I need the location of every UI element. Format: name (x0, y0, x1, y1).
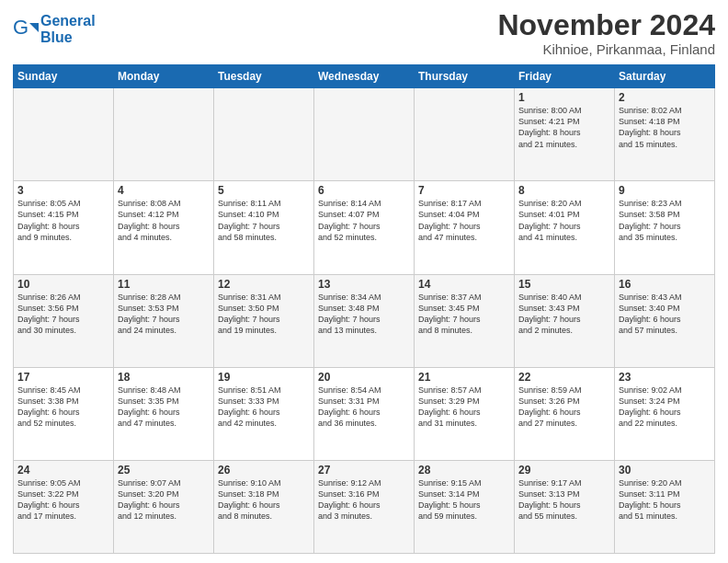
day-cell: 5Sunrise: 8:11 AM Sunset: 4:10 PM Daylig… (214, 181, 314, 274)
day-number: 17 (17, 371, 109, 384)
day-number: 6 (318, 184, 410, 197)
day-cell (314, 88, 415, 181)
day-info: Sunrise: 8:37 AM Sunset: 3:45 PM Dayligh… (418, 292, 510, 337)
day-number: 29 (518, 464, 610, 477)
day-cell: 21Sunrise: 8:57 AM Sunset: 3:29 PM Dayli… (415, 367, 515, 460)
day-info: Sunrise: 8:34 AM Sunset: 3:48 PM Dayligh… (318, 292, 410, 337)
day-cell: 8Sunrise: 8:20 AM Sunset: 4:01 PM Daylig… (515, 181, 615, 274)
day-info: Sunrise: 8:17 AM Sunset: 4:04 PM Dayligh… (418, 198, 510, 243)
day-number: 15 (518, 278, 610, 291)
day-cell: 11Sunrise: 8:28 AM Sunset: 3:53 PM Dayli… (114, 274, 214, 367)
day-number: 4 (118, 184, 210, 197)
day-info: Sunrise: 8:08 AM Sunset: 4:12 PM Dayligh… (118, 198, 210, 243)
week-row-2: 3Sunrise: 8:05 AM Sunset: 4:15 PM Daylig… (14, 181, 715, 274)
day-cell: 17Sunrise: 8:45 AM Sunset: 3:38 PM Dayli… (14, 367, 114, 460)
day-cell: 20Sunrise: 8:54 AM Sunset: 3:31 PM Dayli… (314, 367, 415, 460)
day-cell: 10Sunrise: 8:26 AM Sunset: 3:56 PM Dayli… (14, 274, 114, 367)
week-row-5: 24Sunrise: 9:05 AM Sunset: 3:22 PM Dayli… (14, 460, 715, 553)
day-cell: 24Sunrise: 9:05 AM Sunset: 3:22 PM Dayli… (14, 460, 114, 553)
day-cell: 3Sunrise: 8:05 AM Sunset: 4:15 PM Daylig… (14, 181, 114, 274)
day-info: Sunrise: 8:20 AM Sunset: 4:01 PM Dayligh… (518, 198, 610, 243)
week-row-1: 1Sunrise: 8:00 AM Sunset: 4:21 PM Daylig… (14, 88, 715, 181)
weekday-header-tuesday: Tuesday (214, 65, 314, 88)
day-info: Sunrise: 8:28 AM Sunset: 3:53 PM Dayligh… (118, 292, 210, 337)
calendar-title: November 2024 (497, 9, 715, 41)
day-number: 28 (418, 464, 510, 477)
day-cell (114, 88, 214, 181)
header: G General Blue November 2024 Kihnioe, Pi… (13, 9, 715, 57)
day-number: 22 (518, 371, 610, 384)
calendar-table: SundayMondayTuesdayWednesdayThursdayFrid… (13, 64, 715, 554)
day-cell: 18Sunrise: 8:48 AM Sunset: 3:35 PM Dayli… (114, 367, 214, 460)
week-row-3: 10Sunrise: 8:26 AM Sunset: 3:56 PM Dayli… (14, 274, 715, 367)
day-cell: 23Sunrise: 9:02 AM Sunset: 3:24 PM Dayli… (615, 367, 715, 460)
day-info: Sunrise: 8:11 AM Sunset: 4:10 PM Dayligh… (218, 198, 310, 243)
day-number: 2 (619, 91, 711, 104)
day-number: 11 (118, 278, 210, 291)
day-number: 3 (17, 184, 109, 197)
week-row-4: 17Sunrise: 8:45 AM Sunset: 3:38 PM Dayli… (14, 367, 715, 460)
day-cell: 9Sunrise: 8:23 AM Sunset: 3:58 PM Daylig… (615, 181, 715, 274)
day-cell (415, 88, 515, 181)
day-cell (14, 88, 114, 181)
day-cell: 7Sunrise: 8:17 AM Sunset: 4:04 PM Daylig… (415, 181, 515, 274)
day-info: Sunrise: 9:10 AM Sunset: 3:18 PM Dayligh… (218, 477, 310, 523)
day-info: Sunrise: 8:02 AM Sunset: 4:18 PM Dayligh… (619, 105, 711, 150)
page: G General Blue November 2024 Kihnioe, Pi… (0, 0, 728, 563)
day-number: 20 (318, 371, 410, 384)
day-info: Sunrise: 8:05 AM Sunset: 4:15 PM Dayligh… (17, 198, 109, 243)
day-info: Sunrise: 8:48 AM Sunset: 3:35 PM Dayligh… (118, 385, 210, 430)
day-info: Sunrise: 9:07 AM Sunset: 3:20 PM Dayligh… (118, 477, 210, 523)
weekday-header-wednesday: Wednesday (314, 65, 415, 88)
title-block: November 2024 Kihnioe, Pirkanmaa, Finlan… (497, 9, 715, 57)
logo-icon: G (13, 16, 39, 41)
weekday-header-sunday: Sunday (14, 65, 114, 88)
weekday-header-saturday: Saturday (615, 65, 715, 88)
day-cell: 26Sunrise: 9:10 AM Sunset: 3:18 PM Dayli… (214, 460, 314, 553)
day-cell: 12Sunrise: 8:31 AM Sunset: 3:50 PM Dayli… (214, 274, 314, 367)
logo: G General Blue (13, 13, 96, 45)
day-number: 1 (518, 91, 610, 104)
day-info: Sunrise: 8:51 AM Sunset: 3:33 PM Dayligh… (218, 385, 310, 430)
svg-marker-1 (29, 23, 39, 32)
day-info: Sunrise: 9:12 AM Sunset: 3:16 PM Dayligh… (318, 477, 410, 523)
day-number: 24 (17, 464, 109, 477)
day-info: Sunrise: 9:15 AM Sunset: 3:14 PM Dayligh… (418, 477, 510, 523)
calendar-subtitle: Kihnioe, Pirkanmaa, Finland (497, 41, 715, 57)
day-cell: 4Sunrise: 8:08 AM Sunset: 4:12 PM Daylig… (114, 181, 214, 274)
day-number: 30 (619, 464, 711, 477)
day-info: Sunrise: 9:02 AM Sunset: 3:24 PM Dayligh… (619, 385, 711, 430)
day-number: 14 (418, 278, 510, 291)
day-info: Sunrise: 8:23 AM Sunset: 3:58 PM Dayligh… (619, 198, 711, 243)
logo-general: General (40, 13, 96, 29)
day-number: 18 (118, 371, 210, 384)
day-info: Sunrise: 8:59 AM Sunset: 3:26 PM Dayligh… (518, 385, 610, 430)
day-number: 12 (218, 278, 310, 291)
day-cell (214, 88, 314, 181)
day-cell: 22Sunrise: 8:59 AM Sunset: 3:26 PM Dayli… (515, 367, 615, 460)
day-cell: 16Sunrise: 8:43 AM Sunset: 3:40 PM Dayli… (615, 274, 715, 367)
logo-blue: Blue (40, 29, 96, 46)
day-cell: 30Sunrise: 9:20 AM Sunset: 3:11 PM Dayli… (615, 460, 715, 553)
day-info: Sunrise: 8:00 AM Sunset: 4:21 PM Dayligh… (518, 105, 610, 150)
day-number: 23 (619, 371, 711, 384)
day-number: 26 (218, 464, 310, 477)
day-cell: 25Sunrise: 9:07 AM Sunset: 3:20 PM Dayli… (114, 460, 214, 553)
day-info: Sunrise: 8:26 AM Sunset: 3:56 PM Dayligh… (17, 292, 109, 337)
day-cell: 6Sunrise: 8:14 AM Sunset: 4:07 PM Daylig… (314, 181, 415, 274)
day-cell: 29Sunrise: 9:17 AM Sunset: 3:13 PM Dayli… (515, 460, 615, 553)
day-info: Sunrise: 8:40 AM Sunset: 3:43 PM Dayligh… (518, 292, 610, 337)
logo-text: General Blue (40, 13, 96, 45)
day-info: Sunrise: 9:05 AM Sunset: 3:22 PM Dayligh… (17, 477, 109, 523)
day-number: 7 (418, 184, 510, 197)
day-cell: 2Sunrise: 8:02 AM Sunset: 4:18 PM Daylig… (615, 88, 715, 181)
day-cell: 13Sunrise: 8:34 AM Sunset: 3:48 PM Dayli… (314, 274, 415, 367)
svg-text:G: G (13, 16, 28, 39)
day-cell: 19Sunrise: 8:51 AM Sunset: 3:33 PM Dayli… (214, 367, 314, 460)
day-info: Sunrise: 8:45 AM Sunset: 3:38 PM Dayligh… (17, 385, 109, 430)
day-number: 21 (418, 371, 510, 384)
weekday-header-thursday: Thursday (415, 65, 515, 88)
day-number: 27 (318, 464, 410, 477)
day-info: Sunrise: 8:31 AM Sunset: 3:50 PM Dayligh… (218, 292, 310, 337)
day-number: 25 (118, 464, 210, 477)
